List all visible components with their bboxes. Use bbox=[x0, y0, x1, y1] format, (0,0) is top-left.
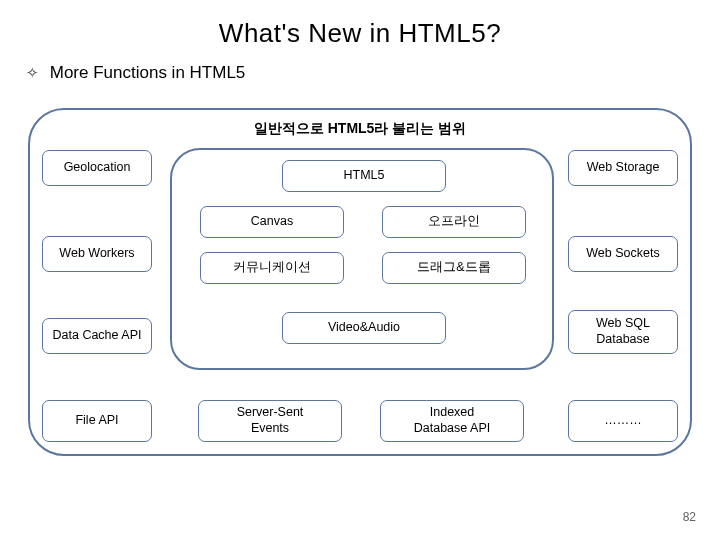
box-ellipsis: ……… bbox=[568, 400, 678, 442]
box-data-cache-api: Data Cache API bbox=[42, 318, 152, 354]
box-web-workers: Web Workers bbox=[42, 236, 152, 272]
box-video-audio: Video&Audio bbox=[282, 312, 446, 344]
outer-scope-label: 일반적으로 HTML5라 불리는 범위 bbox=[30, 120, 690, 138]
box-offline: 오프라인 bbox=[382, 206, 526, 238]
diamond-bullet-icon: ✧ bbox=[26, 64, 39, 82]
box-file-api: File API bbox=[42, 400, 152, 442]
box-web-sql-database: Web SQL Database bbox=[568, 310, 678, 354]
subheading-text: More Functions in HTML5 bbox=[50, 63, 246, 82]
slide-title: What's New in HTML5? bbox=[0, 0, 720, 49]
box-canvas: Canvas bbox=[200, 206, 344, 238]
box-server-sent-events: Server-Sent Events bbox=[198, 400, 342, 442]
inner-scope-container: HTML5 Canvas 오프라인 커뮤니케이션 드래그&드롭 Video&Au… bbox=[170, 148, 554, 370]
slide-subheading: ✧ More Functions in HTML5 bbox=[0, 49, 720, 83]
box-web-storage: Web Storage bbox=[568, 150, 678, 186]
outer-scope-container: 일반적으로 HTML5라 불리는 범위 Geolocation Web Work… bbox=[28, 108, 692, 456]
box-geolocation: Geolocation bbox=[42, 150, 152, 186]
box-indexed-database-api: Indexed Database API bbox=[380, 400, 524, 442]
box-html5: HTML5 bbox=[282, 160, 446, 192]
box-web-sockets: Web Sockets bbox=[568, 236, 678, 272]
box-communication: 커뮤니케이션 bbox=[200, 252, 344, 284]
page-number: 82 bbox=[683, 510, 696, 524]
box-drag-drop: 드래그&드롭 bbox=[382, 252, 526, 284]
